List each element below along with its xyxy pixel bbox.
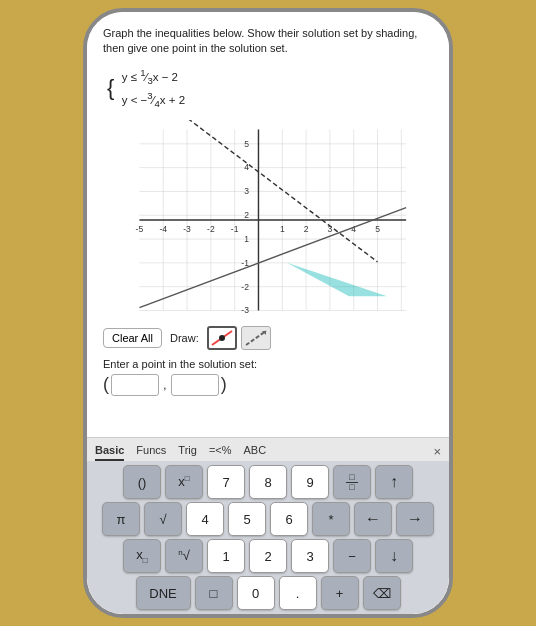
draw-option-2[interactable] (241, 326, 271, 350)
comma-separator: , (163, 377, 167, 392)
key-box[interactable]: □ (195, 576, 233, 610)
svg-marker-39 (287, 263, 387, 296)
key-minus[interactable]: − (333, 539, 371, 573)
key-7[interactable]: 7 (207, 465, 245, 499)
tab-abc[interactable]: ABC (244, 441, 267, 461)
screen: Graph the inequalities below. Show their… (87, 12, 449, 614)
tab-eq[interactable]: =<% (209, 441, 232, 461)
key-down-arrow[interactable]: ↓ (375, 539, 413, 573)
phone-frame: Graph the inequalities below. Show their… (83, 8, 453, 618)
equation-2: y < −3⁄4x + 2 (122, 88, 185, 111)
key-parens[interactable]: () (123, 465, 161, 499)
solution-section: Enter a point in the solution set: ( , ) (103, 358, 433, 396)
svg-text:2: 2 (304, 224, 309, 234)
kb-row-2: π √ 4 5 6 * ← (91, 502, 445, 536)
key-multiply[interactable]: * (312, 502, 350, 536)
controls-row: Clear All Draw: (103, 326, 433, 350)
key-8[interactable]: 8 (249, 465, 287, 499)
svg-text:2: 2 (244, 210, 249, 220)
svg-text:5: 5 (244, 138, 249, 148)
svg-text:-5: -5 (136, 224, 144, 234)
equation-1: y ≤ 1⁄3x − 2 (122, 65, 185, 88)
kb-row-3: x□ n√ 1 2 3 − ↓ (91, 539, 445, 573)
key-backspace[interactable]: ⌫ (363, 576, 401, 610)
key-nth-root[interactable]: n√ (165, 539, 203, 573)
svg-text:4: 4 (244, 162, 249, 172)
key-plus[interactable]: + (321, 576, 359, 610)
svg-text:-3: -3 (241, 305, 249, 315)
key-0[interactable]: 0 (237, 576, 275, 610)
y-input[interactable] (171, 374, 219, 396)
key-dne[interactable]: DNE (136, 576, 191, 610)
graph-container[interactable]: -5 -4 -3 -2 -1 1 2 3 4 5 5 4 3 2 1 -1 (103, 120, 433, 320)
svg-text:-3: -3 (183, 224, 191, 234)
key-up-arrow[interactable]: ↑ (375, 465, 413, 499)
x-input[interactable] (111, 374, 159, 396)
key-x-subscript[interactable]: x□ (123, 539, 161, 573)
svg-point-43 (219, 335, 225, 341)
tab-basic[interactable]: Basic (95, 441, 124, 461)
solution-label: Enter a point in the solution set: (103, 358, 433, 370)
key-left-arrow[interactable]: ← (354, 502, 392, 536)
key-4[interactable]: 4 (186, 502, 224, 536)
equations-block: { y ≤ 1⁄3x − 2 y < −3⁄4x + 2 (107, 65, 433, 112)
svg-line-44 (246, 331, 266, 345)
kb-row-4: DNE □ 0 . + ⌫ (91, 576, 445, 610)
svg-text:-4: -4 (159, 224, 167, 234)
content-area: Graph the inequalities below. Show their… (87, 12, 449, 437)
equations-inner: y ≤ 1⁄3x − 2 y < −3⁄4x + 2 (122, 65, 185, 112)
key-fraction[interactable]: □ □ (333, 465, 371, 499)
keyboard-tabs: Basic Funcs Trig =<% ABC × (87, 437, 449, 461)
key-1[interactable]: 1 (207, 539, 245, 573)
key-pi[interactable]: π (102, 502, 140, 536)
tab-trig[interactable]: Trig (178, 441, 197, 461)
key-9[interactable]: 9 (291, 465, 329, 499)
problem-instruction: Graph the inequalities below. Show their… (103, 26, 433, 57)
keyboard-close-button[interactable]: × (433, 444, 441, 459)
draw-option-1[interactable] (207, 326, 237, 350)
tab-funcs[interactable]: Funcs (136, 441, 166, 461)
svg-text:-2: -2 (207, 224, 215, 234)
coordinate-graph[interactable]: -5 -4 -3 -2 -1 1 2 3 4 5 5 4 3 2 1 -1 (128, 120, 408, 320)
key-2[interactable]: 2 (249, 539, 287, 573)
key-3[interactable]: 3 (291, 539, 329, 573)
draw-options (207, 326, 271, 350)
brace-symbol: { (107, 75, 114, 100)
key-6[interactable]: 6 (270, 502, 308, 536)
svg-text:3: 3 (244, 186, 249, 196)
close-paren: ) (221, 374, 227, 395)
key-decimal[interactable]: . (279, 576, 317, 610)
clear-all-button[interactable]: Clear All (103, 328, 162, 348)
key-right-arrow[interactable]: → (396, 502, 434, 536)
point-inputs: ( , ) (103, 374, 433, 396)
kb-row-1: () x□ 7 8 9 □ □ ↑ (91, 465, 445, 499)
key-5[interactable]: 5 (228, 502, 266, 536)
key-x-power[interactable]: x□ (165, 465, 203, 499)
svg-text:5: 5 (375, 224, 380, 234)
svg-text:1: 1 (280, 224, 285, 234)
svg-text:-2: -2 (241, 281, 249, 291)
svg-text:-1: -1 (231, 224, 239, 234)
open-paren: ( (103, 374, 109, 395)
svg-text:1: 1 (244, 234, 249, 244)
key-sqrt[interactable]: √ (144, 502, 182, 536)
draw-label: Draw: (170, 332, 199, 344)
keyboard-area: () x□ 7 8 9 □ □ ↑ (87, 461, 449, 614)
